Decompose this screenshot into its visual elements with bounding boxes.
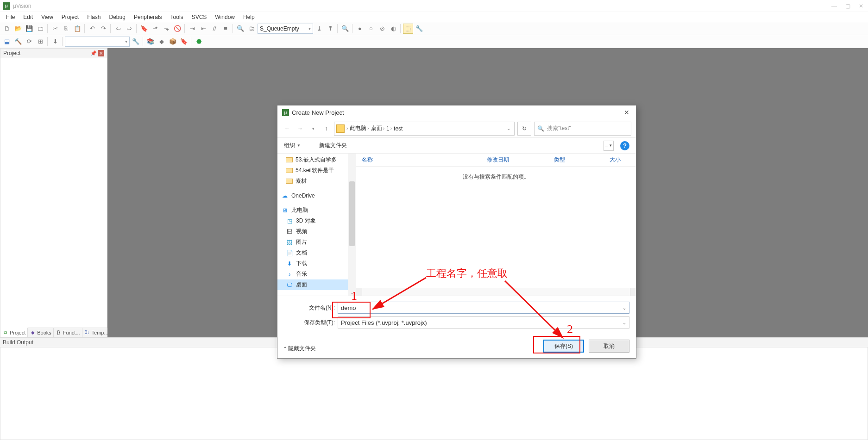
- location-bar[interactable]: › 此电脑 › 桌面 › 1 › test ⌄: [334, 122, 515, 136]
- download-icon[interactable]: ⬇: [50, 37, 60, 47]
- file-list[interactable]: 名称 修改日期 类型 大小 没有与搜索条件匹配的项。: [356, 154, 636, 296]
- breakpoint-icon[interactable]: ●: [355, 24, 365, 34]
- manage-rte-icon[interactable]: ◆: [157, 37, 167, 47]
- bookmark-next-icon[interactable]: ⬎: [161, 24, 171, 34]
- menu-project[interactable]: Project: [57, 13, 83, 21]
- folder-tree[interactable]: 53.嵌入式自学多 54.keil软件是干 素材 ☁OneDrive 🖥此电脑 …: [277, 154, 348, 296]
- tab-project[interactable]: ⧉ Project: [0, 328, 28, 337]
- manage-icon[interactable]: 📚: [145, 37, 156, 47]
- tab-functions[interactable]: {} Funct...: [54, 328, 82, 337]
- tree-scrollbar[interactable]: ⌄: [348, 154, 356, 296]
- col-name[interactable]: 名称: [362, 156, 487, 164]
- menu-debug[interactable]: Debug: [105, 13, 130, 21]
- menu-svcs[interactable]: SVCS: [188, 13, 211, 21]
- close-button[interactable]: ✕: [859, 3, 863, 9]
- pin-icon[interactable]: 📌: [90, 50, 97, 56]
- breakpoint-kill-icon[interactable]: ⊘: [377, 24, 387, 34]
- options-icon[interactable]: 🔧: [131, 37, 141, 47]
- redo-icon[interactable]: ↷: [98, 24, 108, 34]
- tree-item-video[interactable]: 🎞视频: [277, 226, 348, 237]
- batch-build-icon[interactable]: ⊞: [35, 37, 45, 47]
- horizontal-scrollbar[interactable]: [356, 288, 636, 296]
- find-next-icon[interactable]: ⤓: [314, 24, 324, 34]
- new-file-icon[interactable]: 🗋: [2, 24, 12, 34]
- build-icon[interactable]: 🔨: [13, 37, 23, 47]
- find-combo[interactable]: S_QueueEmpty ▾: [258, 24, 313, 34]
- menu-window[interactable]: Window: [211, 13, 239, 21]
- menu-help[interactable]: Help: [239, 13, 259, 21]
- nav-up-button[interactable]: ↑: [321, 122, 331, 135]
- location-dropdown-icon[interactable]: ⌄: [505, 126, 512, 131]
- crumb-1[interactable]: 1 ›: [386, 125, 392, 132]
- menu-flash[interactable]: Flash: [83, 13, 105, 21]
- tree-item[interactable]: 53.嵌入式自学多: [277, 155, 348, 165]
- cancel-button[interactable]: 取消: [589, 340, 629, 353]
- save-icon[interactable]: 💾: [24, 24, 34, 34]
- find-icon[interactable]: 🔍: [235, 24, 245, 34]
- config-icon[interactable]: 🔧: [414, 24, 424, 34]
- tree-item[interactable]: 54.keil软件是干: [277, 165, 348, 176]
- rebuild-icon[interactable]: ⟳: [24, 37, 34, 47]
- panel-close-icon[interactable]: ✕: [98, 50, 104, 56]
- tab-books[interactable]: ◆ Books: [28, 328, 54, 337]
- tree-item-desktop[interactable]: 🖵桌面: [277, 279, 348, 290]
- open-file-icon[interactable]: 📂: [13, 24, 23, 34]
- new-folder-button[interactable]: 新建文件夹: [319, 142, 347, 149]
- git-icon[interactable]: ⬣: [194, 37, 204, 47]
- tree-item-download[interactable]: ⬇下载: [277, 258, 348, 269]
- nav-history-button[interactable]: ▾: [308, 122, 318, 135]
- nav-forward-button[interactable]: →: [295, 122, 305, 135]
- view-mode-button[interactable]: ≡ ▼: [604, 141, 614, 151]
- dialog-close-icon[interactable]: ✕: [622, 107, 631, 118]
- filename-input[interactable]: demo ⌄: [338, 302, 629, 314]
- cut-icon[interactable]: ✂: [50, 24, 60, 34]
- menu-tools[interactable]: Tools: [166, 13, 188, 21]
- crumb-desktop[interactable]: 桌面 ›: [371, 124, 384, 132]
- tree-item-onedrive[interactable]: ☁OneDrive: [277, 191, 348, 200]
- pack-installer-icon[interactable]: 📦: [168, 37, 178, 47]
- save-all-icon[interactable]: 🗃: [35, 24, 45, 34]
- tree-item-music[interactable]: ♪音乐: [277, 269, 348, 279]
- save-button[interactable]: 保存(S): [543, 340, 584, 353]
- col-size[interactable]: 大小: [610, 156, 633, 164]
- breakpoint-disable-icon[interactable]: ○: [366, 24, 376, 34]
- crumb-test[interactable]: test: [394, 125, 403, 132]
- bookmark-prev-icon[interactable]: ⬏: [150, 24, 160, 34]
- maximize-button[interactable]: ▢: [845, 3, 850, 9]
- tree-item-document[interactable]: 📄文档: [277, 248, 348, 258]
- copy-icon[interactable]: ⎘: [61, 24, 71, 34]
- translate-icon[interactable]: ⬓: [2, 37, 12, 47]
- menu-file[interactable]: File: [2, 13, 19, 21]
- search-input[interactable]: 🔍 搜索"test": [534, 122, 631, 136]
- build-output-panel[interactable]: [0, 347, 868, 440]
- tree-item-picture[interactable]: 🖼图片: [277, 237, 348, 248]
- nav-back-icon[interactable]: ⇦: [113, 24, 123, 34]
- undo-icon[interactable]: ↶: [87, 24, 97, 34]
- minimize-button[interactable]: —: [831, 3, 837, 9]
- find-in-files-icon[interactable]: 🗂: [246, 24, 257, 34]
- find-prev-icon[interactable]: ⤒: [325, 24, 335, 34]
- crumb-thispc[interactable]: 此电脑 ›: [350, 124, 369, 132]
- uncomment-icon[interactable]: ≡: [220, 24, 231, 34]
- tab-templates[interactable]: 0↓ Temp...: [82, 328, 111, 337]
- outdent-icon[interactable]: ⇤: [198, 24, 208, 34]
- col-date[interactable]: 修改日期: [487, 156, 554, 164]
- bookmark-icon[interactable]: 🔖: [139, 24, 149, 34]
- menu-edit[interactable]: Edit: [19, 13, 37, 21]
- select-pack-icon[interactable]: 🔖: [179, 37, 189, 47]
- debug-icon[interactable]: 🔍: [340, 24, 350, 34]
- nav-fwd-icon[interactable]: ⇨: [124, 24, 134, 34]
- nav-back-button[interactable]: ←: [282, 122, 292, 135]
- col-type[interactable]: 类型: [554, 156, 610, 164]
- filetype-dropdown[interactable]: Project Files (*.uvproj; *.uvprojx) ⌄: [338, 316, 629, 328]
- indent-icon[interactable]: ⇥: [187, 24, 197, 34]
- help-icon[interactable]: ?: [620, 141, 629, 150]
- organize-menu[interactable]: 组织▼: [284, 142, 301, 149]
- breakpoint-enable-all-icon[interactable]: ◐: [388, 24, 398, 34]
- tree-item-3d[interactable]: ◳3D 对象: [277, 216, 348, 226]
- window-icon[interactable]: ⬚: [403, 24, 413, 34]
- project-tree[interactable]: [0, 58, 107, 328]
- menu-view[interactable]: View: [37, 13, 57, 21]
- hide-folders-toggle[interactable]: ˄ 隐藏文件夹: [284, 345, 316, 353]
- target-combo[interactable]: ▾: [65, 37, 130, 47]
